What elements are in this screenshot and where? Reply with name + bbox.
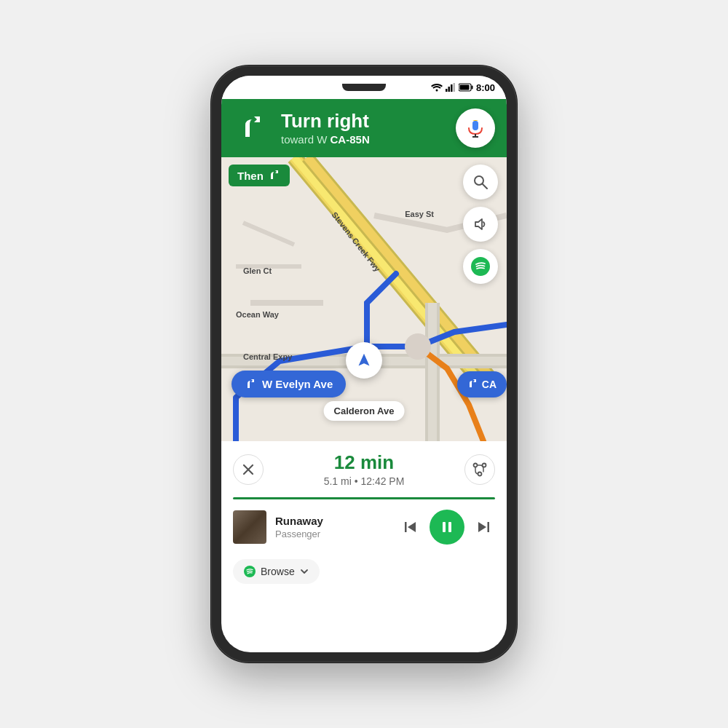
then-badge: Then <box>229 165 290 186</box>
routes-icon <box>472 462 488 478</box>
turn-right-small-icon <box>245 379 256 390</box>
svg-rect-7 <box>459 85 469 90</box>
toward-label: toward W <box>281 133 327 146</box>
easy-st-label: Easy St <box>405 210 434 218</box>
svg-marker-34 <box>478 522 486 532</box>
trip-meta: 5.1 mi • 12:42 PM <box>269 475 459 487</box>
routes-button[interactable] <box>464 454 495 485</box>
calderon-label: Calderon Ave <box>324 401 405 421</box>
next-button[interactable] <box>472 515 495 539</box>
turn-right-icon <box>235 111 270 146</box>
svg-line-20 <box>483 184 488 189</box>
bottom-panel: 12 min 5.1 mi • 12:42 PM <box>221 441 507 594</box>
mic-icon <box>465 118 486 138</box>
browse-button[interactable]: Browse <box>233 559 320 584</box>
svg-marker-21 <box>475 219 482 229</box>
svg-rect-4 <box>453 83 455 92</box>
svg-rect-1 <box>446 89 448 92</box>
ca-pill: CA <box>457 371 507 397</box>
song-info: Runaway Passenger <box>275 515 390 539</box>
svg-rect-17 <box>428 303 437 441</box>
central-expy-label: Central Expy <box>243 352 292 361</box>
browse-label: Browse <box>261 566 295 577</box>
music-player: Runaway Passenger <box>221 499 507 555</box>
skip-back-icon <box>403 519 419 535</box>
ca-label: CA <box>482 379 496 390</box>
ocean-way-label: Ocean Way <box>236 310 279 319</box>
spotify-small-icon <box>243 565 256 578</box>
svg-rect-29 <box>405 522 407 532</box>
svg-point-0 <box>435 90 438 92</box>
svg-rect-11 <box>472 121 478 126</box>
nav-header: Turn right toward W CA-85N <box>221 99 507 157</box>
svg-point-18 <box>405 333 431 360</box>
notch <box>342 84 386 91</box>
trip-info: 12 min 5.1 mi • 12:42 PM <box>221 441 507 497</box>
svg-point-22 <box>471 257 490 276</box>
svg-rect-3 <box>451 84 453 92</box>
sound-icon <box>472 216 488 232</box>
turn-arrow-box <box>233 108 272 148</box>
player-controls <box>399 510 495 545</box>
prev-button[interactable] <box>399 515 422 539</box>
svg-marker-30 <box>408 522 416 532</box>
nav-direction: Turn right <box>281 111 447 132</box>
album-art-image <box>233 510 266 544</box>
album-art <box>233 510 266 544</box>
location-marker <box>346 342 382 379</box>
song-artist: Passenger <box>275 529 390 539</box>
phone-device: 8:00 Turn right toward W CA-85N <box>211 66 517 662</box>
search-button[interactable] <box>463 165 498 199</box>
glen-ct-label: Glen Ct <box>243 266 272 275</box>
browse-bar: Browse <box>221 555 507 594</box>
skip-forward-icon <box>475 519 491 535</box>
pause-button[interactable] <box>430 510 464 545</box>
svg-rect-33 <box>488 522 490 532</box>
spotify-icon <box>470 256 491 277</box>
then-arrow-icon <box>268 169 281 182</box>
location-arrow-icon <box>353 349 375 371</box>
battery-icon <box>459 83 473 92</box>
svg-point-28 <box>478 472 482 475</box>
svg-rect-31 <box>443 522 446 532</box>
trip-details: 12 min 5.1 mi • 12:42 PM <box>269 451 459 487</box>
trip-arrival: 12:42 PM <box>360 475 404 487</box>
status-bar: 8:00 <box>221 76 507 99</box>
search-icon <box>472 174 488 190</box>
chevron-down-icon <box>299 566 309 577</box>
sound-button[interactable] <box>463 207 498 242</box>
spotify-button[interactable] <box>463 249 498 284</box>
map-area: Then Stevens Creek Fwy Easy St Glen Ct O… <box>221 157 507 441</box>
turn-right-ca-icon <box>467 379 478 389</box>
location-dot <box>346 342 382 379</box>
mic-button[interactable] <box>456 108 495 148</box>
status-icons: 8:00 <box>431 82 495 93</box>
trip-time: 12 min <box>269 451 459 474</box>
nav-sub: toward W CA-85N <box>281 133 447 146</box>
wifi-icon <box>431 83 443 92</box>
svg-marker-23 <box>357 352 371 367</box>
signal-icon <box>446 83 456 92</box>
song-title: Runaway <box>275 515 390 527</box>
close-button[interactable] <box>233 454 264 485</box>
svg-rect-6 <box>471 86 472 90</box>
highway-label: CA-85N <box>331 133 370 146</box>
trip-distance: 5.1 mi <box>324 475 352 487</box>
nav-text: Turn right toward W CA-85N <box>281 111 447 146</box>
then-label: Then <box>237 170 264 182</box>
svg-point-26 <box>474 463 478 467</box>
phone-screen: 8:00 Turn right toward W CA-85N <box>221 76 507 652</box>
status-time: 8:00 <box>476 82 495 93</box>
svg-rect-2 <box>448 87 450 92</box>
evelyn-ave-label: W Evelyn Ave <box>262 378 333 390</box>
close-icon <box>242 463 255 476</box>
map-buttons <box>463 165 498 284</box>
pause-icon <box>439 519 455 535</box>
evelyn-ave-pill[interactable]: W Evelyn Ave <box>232 371 346 397</box>
svg-rect-32 <box>448 522 451 532</box>
